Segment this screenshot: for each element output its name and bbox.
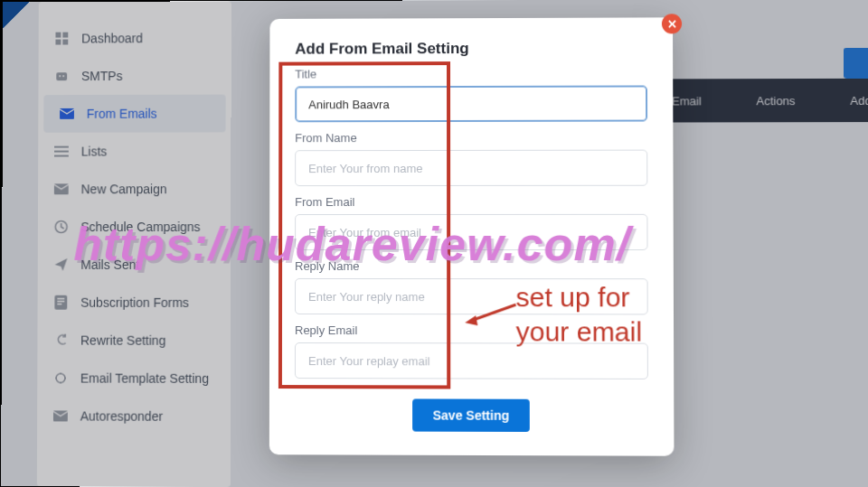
from-email-input[interactable] <box>295 214 647 250</box>
modal-title: Add From Email Setting <box>295 39 647 58</box>
from-email-label: From Email <box>295 195 647 209</box>
reply-name-label: Reply Name <box>295 259 648 273</box>
close-icon: ✕ <box>666 17 676 31</box>
from-name-label: From Name <box>295 131 647 145</box>
close-button[interactable]: ✕ <box>662 14 682 33</box>
annotation-text: set up for your email <box>515 280 642 349</box>
annotation-line2: your email <box>516 314 643 349</box>
title-label: Title <box>295 66 647 80</box>
svg-line-19 <box>470 304 515 321</box>
annotation-line1: set up for <box>515 280 642 314</box>
from-name-input[interactable] <box>295 150 647 186</box>
title-input[interactable] <box>295 85 647 122</box>
save-setting-button[interactable]: Save Setting <box>413 398 530 432</box>
add-from-email-modal: ✕ Add From Email Setting Title From Name… <box>269 17 675 455</box>
svg-marker-20 <box>465 315 477 325</box>
annotation-arrow-icon <box>463 301 517 328</box>
